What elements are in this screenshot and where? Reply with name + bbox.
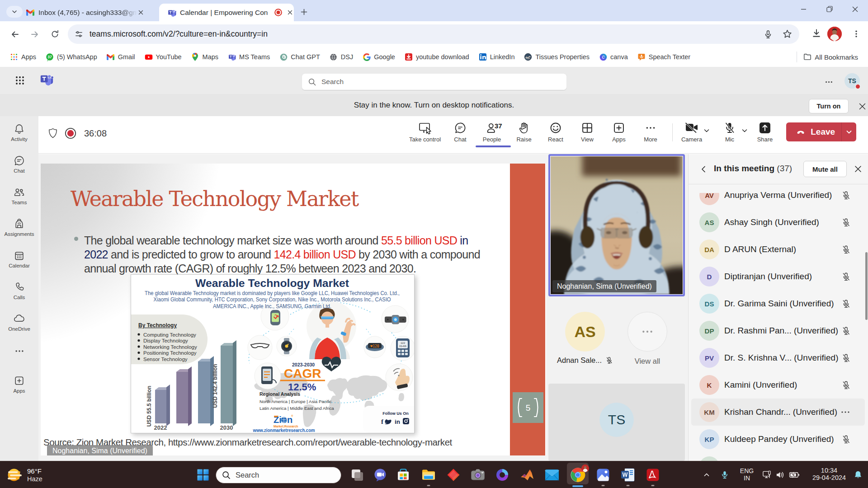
participant-mic-off-icon[interactable] — [841, 435, 851, 444]
camera-button[interactable]: Camera — [677, 121, 706, 143]
participant-row[interactable]: KP Kuldeep Pandey(Unverified) — [689, 426, 868, 453]
bookmark-speach-texter[interactable]: Speach Texter — [637, 53, 690, 61]
sidebar-more-apps-button[interactable] — [0, 344, 38, 358]
browser-menu-button[interactable] — [849, 27, 863, 41]
bookmark-google[interactable]: Google — [363, 53, 395, 61]
leave-button[interactable]: Leave — [786, 122, 856, 141]
sidebar-item-assignments[interactable]: Assignments — [0, 217, 38, 237]
downloads-button[interactable] — [807, 24, 826, 42]
window-restore-button[interactable] — [816, 0, 843, 18]
forward-button[interactable] — [27, 27, 42, 42]
site-settings-icon[interactable] — [75, 30, 83, 38]
panel-close-button[interactable] — [852, 163, 864, 175]
teams-more-options-button[interactable] — [822, 75, 835, 89]
photos-app-button[interactable] — [596, 468, 610, 482]
participant-row[interactable]: KM Krishan Chandr...(Unverified) — [691, 399, 865, 426]
sidebar-item-apps[interactable]: Apps — [0, 374, 38, 394]
mute-all-button[interactable]: Mute all — [803, 161, 847, 177]
bookmark-linkedin[interactable]: LinkedIn — [479, 53, 515, 61]
mic-chevron[interactable] — [741, 127, 748, 136]
participant-more-icon[interactable] — [841, 408, 850, 417]
taskbar-weather-widget[interactable]: 96°F Haze — [5, 464, 96, 486]
teams-chat-button[interactable] — [373, 468, 387, 482]
tray-language[interactable]: ENG IN — [739, 467, 755, 482]
bookmark-tissues-properties[interactable]: Kai Tissues Properties — [524, 53, 590, 61]
share-button[interactable]: Share — [750, 121, 779, 143]
window-close-button[interactable] — [842, 0, 868, 18]
browser-tab-teams-active[interactable]: Calendar | Empowering Con — [159, 4, 294, 21]
participant-mic-off-icon[interactable] — [841, 272, 851, 282]
participant-mic-off-icon[interactable] — [841, 326, 851, 336]
take-control-button[interactable]: Take control — [397, 121, 453, 143]
bookmark-dsj[interactable]: DSJ — [330, 53, 353, 61]
waffle-menu-button[interactable] — [13, 73, 27, 88]
bookmark-whatsapp[interactable]: 37 (5) WhatsApp — [46, 53, 97, 61]
address-bar[interactable]: teams.microsoft.com/v2/?culture=en-in&co… — [68, 24, 799, 44]
teams-search-box[interactable]: Search — [302, 74, 566, 90]
acrobat-button[interactable] — [646, 468, 660, 482]
banner-close-icon[interactable] — [856, 100, 868, 113]
tab-close-icon[interactable] — [137, 9, 145, 16]
bookmark-chatgpt[interactable]: Chat GPT — [279, 53, 320, 61]
task-view-button[interactable] — [350, 468, 364, 482]
participant-mic-off-icon[interactable] — [841, 191, 851, 200]
bookmark-gmail[interactable]: Gmail — [107, 53, 135, 61]
tray-notification-bell[interactable] — [854, 470, 863, 479]
turn-on-button[interactable]: Turn on — [809, 99, 849, 113]
participant-row[interactable]: AV Anupriya Verma(Unverified) — [689, 184, 868, 209]
sidebar-item-onedrive[interactable]: OneDrive — [0, 312, 38, 332]
sidebar-item-calendar[interactable]: Calendar — [0, 249, 38, 268]
panel-scrollbar-thumb[interactable] — [865, 252, 868, 320]
all-bookmarks-button[interactable]: All Bookmarks — [803, 53, 858, 61]
tray-chevron-up[interactable] — [703, 472, 710, 479]
panel-back-button[interactable] — [698, 163, 709, 175]
apps-button[interactable]: Apps — [604, 121, 633, 143]
mail-app-button[interactable] — [545, 469, 559, 481]
teams-profile-avatar[interactable]: TS — [844, 73, 860, 89]
view-button[interactable]: View — [573, 121, 602, 143]
view-all-bubble[interactable] — [627, 312, 667, 352]
mic-button[interactable]: Mic — [715, 121, 744, 143]
tab-close-icon[interactable] — [286, 9, 294, 16]
voice-search-icon[interactable] — [764, 30, 773, 39]
raise-hand-button[interactable]: Raise — [509, 121, 538, 143]
participant-mic-off-icon[interactable] — [841, 353, 851, 363]
participant-row[interactable]: DP Dr. Rashmi Pan...(Unverified) — [689, 317, 868, 344]
bookmark-star-icon[interactable] — [783, 29, 792, 39]
radeon-software-button[interactable] — [447, 468, 460, 482]
office-app-button[interactable] — [495, 468, 509, 482]
participant-mic-off-icon[interactable] — [841, 299, 851, 309]
sidebar-item-calls[interactable]: Calls — [0, 280, 38, 300]
react-button[interactable]: React — [541, 121, 570, 143]
participant-row[interactable]: DA D ARUN(External) — [689, 236, 868, 263]
tray-mic-icon[interactable] — [721, 471, 729, 479]
new-tab-button[interactable] — [297, 5, 310, 18]
bookmark-apps[interactable]: Apps — [10, 53, 36, 61]
more-button[interactable]: More — [636, 121, 665, 143]
reload-button[interactable] — [47, 27, 62, 42]
word-app-button[interactable] — [621, 468, 635, 482]
people-button[interactable]: 37 People — [477, 121, 506, 143]
bookmark-msteams[interactable]: MS Teams — [228, 53, 270, 61]
tray-clock[interactable]: 10:34 29-04-2024 — [809, 467, 849, 481]
camera-chevron[interactable] — [703, 127, 710, 136]
participant-row[interactable]: D Diptiranjan(Unverified) — [689, 263, 868, 290]
bookmark-canva[interactable]: canva — [599, 53, 628, 61]
view-all-label[interactable]: View all — [627, 357, 667, 366]
camera-app-button[interactable] — [471, 468, 486, 482]
participant-row[interactable]: PV Dr. S. Krishna V...(Unverified) — [689, 344, 868, 371]
chat-button[interactable]: Chat — [446, 121, 475, 143]
taskbar-search-box[interactable]: Search — [216, 467, 341, 483]
participant-mic-off-icon[interactable] — [841, 380, 851, 390]
sidebar-item-chat[interactable]: Chat — [0, 154, 38, 174]
sidebar-item-teams[interactable]: Teams — [0, 185, 38, 205]
participant-bubble-as[interactable]: AS — [565, 312, 605, 352]
participant-row[interactable]: DS Dr. Garima Saini(Unverified) — [689, 290, 868, 317]
participant-mic-off-icon[interactable] — [841, 218, 851, 227]
participant-row[interactable]: K Kamini(Unverified) — [689, 371, 868, 399]
tab-search-button[interactable] — [6, 6, 23, 18]
bookmark-maps[interactable]: Maps — [191, 53, 218, 61]
participant-row[interactable]: AS Ashay Singh(Unverified) — [689, 209, 868, 236]
window-minimize-button[interactable] — [790, 0, 816, 18]
browser-tab-gmail[interactable]: Inbox (4,765) - acsingh333@gm — [26, 4, 153, 21]
